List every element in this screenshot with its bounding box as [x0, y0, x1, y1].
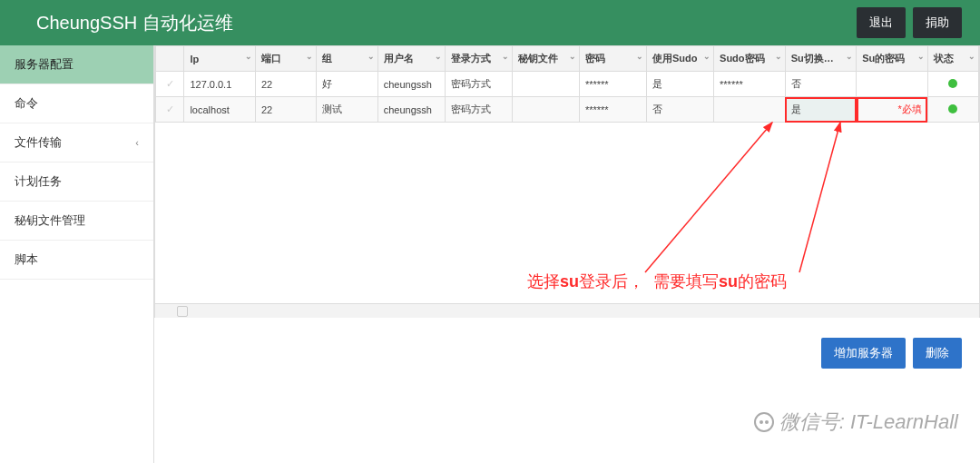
row-check[interactable]: ✓ — [156, 97, 184, 123]
svg-line-0 — [645, 123, 772, 272]
col-usesudo[interactable]: 使用Sudo⌄ — [646, 46, 713, 72]
col-group[interactable]: 组⌄ — [317, 46, 377, 72]
cell-sudopwd[interactable]: ****** — [714, 72, 786, 97]
sort-icon: ⌄ — [917, 52, 925, 61]
sidebar-item-server-config[interactable]: 服务器配置 — [0, 45, 153, 84]
watermark: 微信号: IT-LearnHall — [754, 409, 958, 436]
cell-usesudo[interactable]: 是 — [646, 72, 713, 97]
cell-login[interactable]: 密码方式 — [445, 72, 512, 97]
col-sudopwd[interactable]: Sudo密码⌄ — [714, 46, 786, 72]
status-dot-icon — [948, 104, 957, 113]
topbar: CheungSSH 自动化运维 退出 捐助 — [0, 0, 980, 45]
table-row[interactable]: ✓127.0.0.122好cheungssh密码方式******是******否 — [156, 72, 979, 97]
sort-icon: ⌄ — [775, 52, 782, 61]
status-dot-icon — [948, 79, 957, 88]
cell-ip[interactable]: 127.0.0.1 — [184, 72, 256, 97]
sort-icon: ⌄ — [502, 52, 509, 61]
chevron-left-icon: ‹ — [135, 137, 139, 148]
cell-pwd[interactable]: ****** — [579, 72, 646, 97]
sort-icon: ⌄ — [245, 52, 252, 61]
cell-status — [927, 97, 978, 123]
sidebar-item-label: 脚本 — [15, 251, 38, 268]
wechat-icon — [754, 412, 774, 432]
col-login[interactable]: 登录方式⌄ — [445, 46, 512, 72]
table-row[interactable]: ✓localhost22测试cheungssh密码方式******否是*必填 — [156, 97, 979, 123]
sort-icon: ⌄ — [968, 52, 975, 61]
sidebar-item-label: 服务器配置 — [15, 56, 74, 73]
sort-icon: ⌄ — [636, 52, 643, 61]
h-scrollbar[interactable] — [155, 303, 979, 318]
cell-user[interactable]: cheungssh — [377, 72, 445, 97]
sidebar-item-file-transfer[interactable]: 文件传输‹ — [0, 123, 153, 163]
sidebar-item-label: 命令 — [15, 95, 38, 112]
col-port[interactable]: 端口⌄ — [255, 46, 316, 72]
sort-icon: ⌄ — [435, 52, 442, 61]
sidebar-item-script[interactable]: 脚本 — [0, 241, 153, 280]
sidebar-item-label: 计划任务 — [15, 173, 62, 190]
table-header-row: Ip⌄ 端口⌄ 组⌄ 用户名⌄ 登录方式⌄ 秘钥文件⌄ 密码⌄ 使用Sudo⌄ … — [156, 46, 979, 72]
svg-line-1 — [799, 123, 840, 272]
annotation-text: 选择su登录后， 需要填写su的密码 — [527, 271, 787, 292]
cell-status — [927, 72, 978, 97]
cell-usesudo[interactable]: 否 — [646, 97, 713, 123]
delete-button[interactable]: 删除 — [913, 338, 962, 369]
donate-button[interactable]: 捐助 — [913, 7, 962, 38]
cell-user[interactable]: cheungssh — [377, 97, 445, 123]
col-status[interactable]: 状态⌄ — [927, 46, 978, 72]
cell-suswitch[interactable]: 是 — [785, 97, 857, 123]
sort-icon: ⌄ — [703, 52, 710, 61]
sidebar-item-label: 文件传输 — [15, 134, 62, 151]
sidebar-item-schedule[interactable]: 计划任务 — [0, 163, 153, 202]
col-keyfile[interactable]: 秘钥文件⌄ — [512, 46, 579, 72]
sort-icon: ⌄ — [306, 52, 313, 61]
cell-sudopwd[interactable] — [714, 97, 786, 123]
col-supwd[interactable]: Su的密码⌄ — [857, 46, 928, 72]
logout-button[interactable]: 退出 — [857, 7, 906, 38]
cell-group[interactable]: 测试 — [317, 97, 377, 123]
sort-icon: ⌄ — [368, 52, 375, 61]
cell-login[interactable]: 密码方式 — [445, 97, 512, 123]
cell-keyfile[interactable] — [512, 72, 579, 97]
cell-keyfile[interactable] — [512, 97, 579, 123]
add-server-button[interactable]: 增加服务器 — [821, 338, 906, 369]
cell-group[interactable]: 好 — [317, 72, 377, 97]
cell-supwd[interactable] — [857, 72, 928, 97]
row-check[interactable]: ✓ — [156, 72, 184, 97]
sort-icon: ⌄ — [569, 52, 576, 61]
col-user[interactable]: 用户名⌄ — [377, 46, 445, 72]
col-ip[interactable]: Ip⌄ — [184, 46, 256, 72]
cell-supwd[interactable]: *必填 — [857, 97, 928, 123]
col-pwd[interactable]: 密码⌄ — [579, 46, 646, 72]
col-suswitch[interactable]: Su切换…⌄ — [785, 46, 857, 72]
col-check[interactable] — [156, 46, 184, 72]
cell-ip[interactable]: localhost — [184, 97, 256, 123]
cell-port[interactable]: 22 — [255, 72, 316, 97]
app-title: CheungSSH 自动化运维 — [36, 11, 233, 35]
cell-suswitch[interactable]: 否 — [785, 72, 857, 97]
sidebar-item-command[interactable]: 命令 — [0, 84, 153, 123]
sidebar: 服务器配置 命令 文件传输‹ 计划任务 秘钥文件管理 脚本 — [0, 45, 154, 463]
scroll-left-icon[interactable] — [177, 306, 188, 317]
server-table: Ip⌄ 端口⌄ 组⌄ 用户名⌄ 登录方式⌄ 秘钥文件⌄ 密码⌄ 使用Sudo⌄ … — [155, 45, 979, 123]
sidebar-item-keyfile[interactable]: 秘钥文件管理 — [0, 202, 153, 241]
footer-buttons: 增加服务器 删除 — [154, 318, 980, 369]
cell-pwd[interactable]: ****** — [579, 97, 646, 123]
cell-port[interactable]: 22 — [255, 97, 316, 123]
sort-icon: ⌄ — [846, 52, 853, 61]
server-grid: Ip⌄ 端口⌄ 组⌄ 用户名⌄ 登录方式⌄ 秘钥文件⌄ 密码⌄ 使用Sudo⌄ … — [154, 45, 980, 318]
sidebar-item-label: 秘钥文件管理 — [15, 212, 85, 229]
main-area: Ip⌄ 端口⌄ 组⌄ 用户名⌄ 登录方式⌄ 秘钥文件⌄ 密码⌄ 使用Sudo⌄ … — [154, 45, 980, 463]
